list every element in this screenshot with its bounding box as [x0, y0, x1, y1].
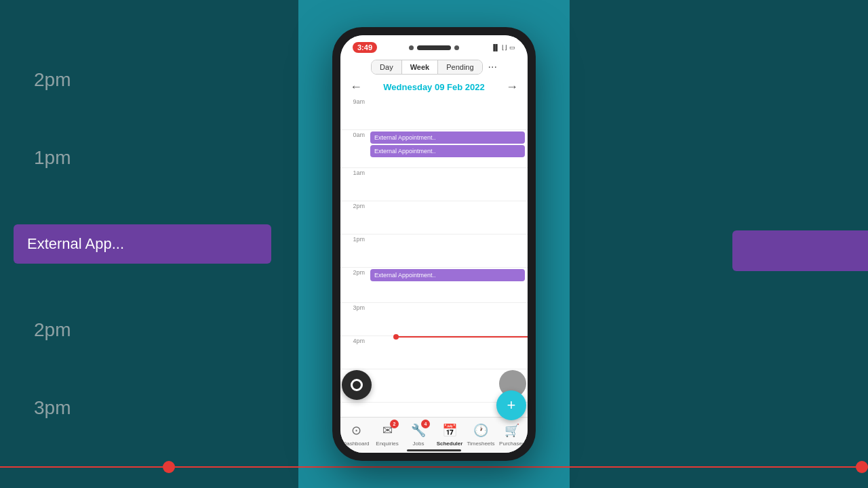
- dashboard-label: Dashboard: [342, 441, 369, 447]
- jobs-badge: 4: [421, 420, 430, 428]
- bg-bottom-dot-right: [856, 461, 868, 473]
- appointment-2[interactable]: External Appointment..: [370, 145, 525, 157]
- fab-group: +: [496, 370, 526, 420]
- time-label-1pm: 1pm: [340, 235, 368, 243]
- time-slot-12pm: 2pm: [340, 201, 528, 235]
- phone-screen: 3:49 ▐▌ ⌊⌋ ▭ Day Week Pending ··· ←: [340, 35, 528, 453]
- jobs-label: Jobs: [413, 441, 425, 447]
- bg-time-2pm-2: 2pm: [14, 312, 285, 348]
- current-time-line: [395, 336, 528, 338]
- date-navigation: ← Wednesday 09 Feb 2022 →: [340, 77, 528, 97]
- dock-items-container: ⊙ Dashboard ✉ 2 Enquiries 🔧 4: [340, 422, 528, 447]
- calendar-scroll-area[interactable]: 9am 0am External Appointment.. External …: [340, 97, 528, 417]
- purchases-label: Purchases: [499, 441, 525, 447]
- time-label-12pm: 2pm: [340, 201, 368, 209]
- time-label-10am: 0am: [340, 130, 368, 138]
- dashboard-icon-wrap: ⊙: [347, 422, 365, 439]
- home-indicator: [407, 449, 461, 451]
- time-slot-3pm: 3pm: [340, 303, 528, 336]
- dashboard-icon: ⊙: [351, 423, 361, 438]
- time-label-11am: 1am: [340, 168, 368, 176]
- time-display: 3:49: [353, 42, 377, 53]
- status-bar: 3:49 ▐▌ ⌊⌋ ▭: [340, 35, 528, 56]
- timesheets-label: Timesheets: [467, 441, 494, 447]
- slot-content-4pm: [368, 336, 528, 369]
- slot-content-9am: [368, 97, 528, 129]
- time-label-2pm: 2pm: [340, 268, 368, 276]
- bg-bottom-dot-left: [163, 461, 175, 473]
- dock-item-enquiries[interactable]: ✉ 2 Enquiries: [372, 422, 403, 447]
- bg-time-3pm: 3pm: [14, 390, 285, 426]
- enquiries-icon-wrap: ✉ 2: [378, 422, 396, 439]
- slot-content-12pm: [368, 201, 528, 234]
- time-slot-9am: 9am: [340, 97, 528, 130]
- notch-dot-left: [409, 45, 414, 50]
- slot-content-2pm: External Appointment..: [368, 268, 528, 300]
- current-date-label: Wednesday 09 Feb 2022: [383, 82, 484, 92]
- jobs-icon-wrap: 🔧 4: [410, 422, 427, 439]
- purchases-icon: 🛒: [505, 423, 519, 438]
- slot-content-10am: External Appointment.. External Appointm…: [368, 130, 528, 163]
- appointment-3[interactable]: External Appointment..: [370, 269, 525, 281]
- timesheets-icon: 🕐: [473, 423, 488, 438]
- tab-pending[interactable]: Pending: [438, 60, 481, 74]
- view-tabs-container: Day Week Pending ···: [340, 56, 528, 77]
- home-indicator-button[interactable]: [342, 370, 372, 400]
- slot-content-1pm: [368, 235, 528, 267]
- tab-week[interactable]: Week: [402, 60, 439, 74]
- bg-bottom-time-line: [0, 466, 868, 468]
- bg-appointment-bar: External App...: [14, 224, 271, 264]
- appointment-1[interactable]: External Appointment..: [370, 131, 525, 144]
- time-label-9am: 9am: [340, 97, 368, 105]
- bg-time-1pm: 1pm: [14, 140, 285, 176]
- background-right-panel: [570, 0, 868, 488]
- enquiries-label: Enquiries: [376, 441, 398, 447]
- time-slot-1pm: 1pm: [340, 235, 528, 268]
- signal-icon: ▐▌: [491, 44, 500, 51]
- time-label-6pm: [340, 403, 368, 404]
- battery-icon: ▭: [509, 44, 515, 51]
- bottom-dock: ⊙ Dashboard ✉ 2 Enquiries 🔧 4: [340, 417, 528, 453]
- enquiries-badge: 2: [390, 420, 399, 428]
- current-time-dot: [393, 334, 399, 340]
- dock-item-scheduler[interactable]: 📅 Scheduler: [434, 422, 465, 447]
- time-label-4pm: 4pm: [340, 336, 368, 344]
- time-slot-4pm: 4pm: [340, 336, 528, 369]
- next-date-button[interactable]: →: [506, 80, 518, 94]
- time-label-3pm: 3pm: [340, 303, 368, 311]
- scheduler-label: Scheduler: [437, 441, 463, 447]
- dock-item-timesheets[interactable]: 🕐 Timesheets: [465, 422, 496, 447]
- scheduler-icon: 📅: [442, 423, 457, 438]
- bg-time-2pm-1: 2pm: [14, 62, 285, 98]
- tab-day[interactable]: Day: [372, 60, 402, 74]
- purchases-icon-wrap: 🛒: [503, 422, 521, 439]
- time-slot-10am: 0am External Appointment.. External Appo…: [340, 130, 528, 168]
- notch-area: [409, 45, 459, 50]
- slot-content-3pm: [368, 303, 528, 336]
- scheduler-icon-wrap: 📅: [441, 422, 458, 439]
- wifi-icon: ⌊⌋: [502, 44, 507, 51]
- dock-item-dashboard[interactable]: ⊙ Dashboard: [340, 422, 372, 447]
- home-icon: [351, 379, 363, 391]
- bg-right-appointment-bar: [732, 230, 868, 271]
- view-tabs-inner: Day Week Pending: [371, 60, 482, 75]
- add-appointment-button[interactable]: +: [496, 390, 526, 420]
- notch-dot-right: [454, 45, 459, 50]
- dock-item-jobs[interactable]: 🔧 4 Jobs: [403, 422, 434, 447]
- more-options-button[interactable]: ···: [488, 60, 497, 75]
- time-slot-11am: 1am: [340, 168, 528, 201]
- status-icons: ▐▌ ⌊⌋ ▭: [491, 44, 515, 51]
- background-left-panel: 2pm 1pm External App... 2pm 3pm: [0, 0, 298, 488]
- time-slot-2pm: 2pm External Appointment..: [340, 268, 528, 303]
- dock-item-purchases[interactable]: 🛒 Purchases: [496, 422, 528, 447]
- slot-content-11am: [368, 168, 528, 201]
- notch-bar: [417, 45, 451, 50]
- timesheets-icon-wrap: 🕐: [472, 422, 490, 439]
- phone-device: 3:49 ▐▌ ⌊⌋ ▭ Day Week Pending ··· ←: [332, 27, 536, 461]
- plus-icon: +: [507, 396, 516, 414]
- prev-date-button[interactable]: ←: [350, 80, 362, 94]
